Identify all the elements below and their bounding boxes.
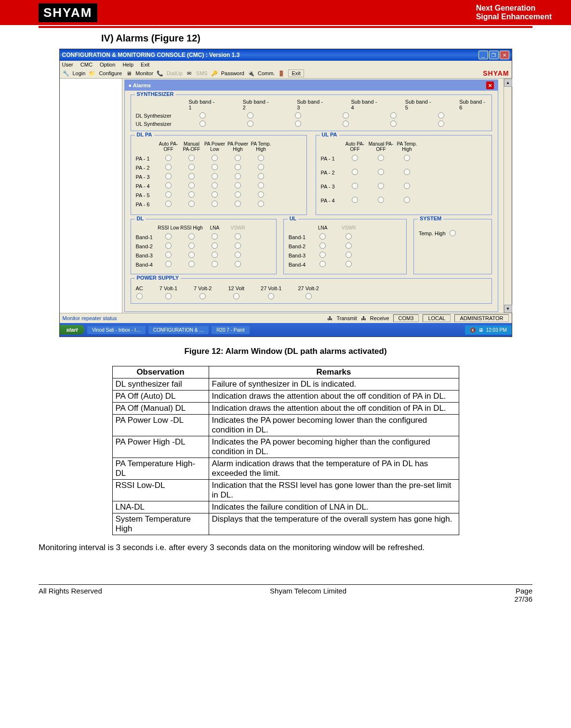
led-indicator	[165, 201, 172, 207]
sms-icon[interactable]: ✉	[186, 69, 193, 77]
led-cell	[250, 173, 273, 180]
vertical-scrollbar[interactable]: ▲ ▼	[504, 79, 512, 313]
led-indicator	[390, 121, 397, 127]
led-cell	[157, 155, 180, 162]
comm-icon[interactable]: 🔌	[247, 69, 255, 77]
menu-help[interactable]: Help	[122, 62, 133, 67]
taskbar-item[interactable]: CONFIGURATION & …	[148, 326, 209, 334]
led-cell	[226, 252, 250, 259]
table-cell: Alarm indication draws that the temperat…	[209, 458, 459, 480]
password-icon[interactable]: 🔑	[211, 69, 218, 77]
led-indicator	[258, 164, 264, 170]
row-label: PA - 4	[136, 183, 157, 189]
led-cell	[226, 164, 250, 171]
row-label: PA - 4	[321, 198, 342, 203]
led-indicator	[188, 173, 195, 179]
tb-password[interactable]: Password	[221, 70, 244, 76]
led-cell	[226, 191, 250, 199]
start-button[interactable]: start	[60, 325, 85, 335]
tb-login[interactable]: Login	[73, 70, 86, 76]
scroll-down-icon[interactable]: ▼	[504, 305, 512, 313]
led-indicator	[235, 164, 241, 170]
led-cell	[368, 197, 394, 204]
led-cell	[226, 201, 250, 208]
tb-exit-button[interactable]: Exit	[288, 69, 304, 77]
receive-icon: 🖧	[361, 315, 366, 321]
power-label: 7 Volt-1	[159, 285, 177, 291]
dl-col-4: VSWR	[226, 225, 250, 230]
table-row: PA - 3	[136, 173, 302, 180]
led-indicator	[345, 233, 352, 240]
tb-dialup[interactable]: DialUp	[167, 70, 183, 76]
tb-configure[interactable]: Configure	[99, 70, 122, 76]
paragraph: Monitoring interval is 3 seconds i.e. af…	[39, 543, 532, 553]
dialup-icon[interactable]: 📞	[156, 69, 164, 77]
led-indicator	[212, 233, 218, 240]
wizard-icon[interactable]: 🔧	[62, 69, 70, 77]
led-indicator	[268, 293, 274, 299]
led-indicator	[212, 201, 218, 207]
tb-monitor[interactable]: Monitor	[135, 70, 153, 76]
power-item: 27 Volt-2	[298, 285, 319, 299]
led-indicator	[212, 173, 218, 179]
status-transmit: Transmit	[336, 315, 357, 321]
led-cell	[394, 155, 420, 162]
synth-col-3: Sub band - 3	[297, 99, 324, 110]
table-row: PA - 3	[321, 183, 487, 190]
table-row: PA - 2	[321, 169, 487, 176]
maximize-button[interactable]: ❐	[489, 51, 499, 59]
minimize-button[interactable]: _	[478, 51, 488, 59]
ul-col-2: VSWR	[336, 225, 362, 230]
menu-user[interactable]: User	[62, 62, 73, 67]
menu-option[interactable]: Option	[100, 62, 115, 67]
panel-close-icon[interactable]: ✕	[486, 81, 494, 89]
led-indicator	[188, 155, 195, 161]
table-cell: Indicates the PA power becoming lower th…	[209, 415, 459, 436]
ulpa-col-1: Auto PA-OFF	[342, 141, 368, 152]
row-label: Band-2	[136, 243, 157, 249]
exit-icon[interactable]: 🚪	[278, 69, 285, 77]
row-label: PA - 1	[136, 156, 157, 162]
led-indicator	[352, 197, 358, 203]
menu-exit[interactable]: Exit	[141, 62, 149, 67]
led-cell	[336, 252, 362, 259]
led-cell	[203, 191, 226, 199]
scroll-up-icon[interactable]: ▲	[504, 79, 512, 87]
led-cell	[180, 182, 203, 189]
close-button[interactable]: ✕	[500, 51, 509, 59]
tb-sms[interactable]: SMS	[196, 70, 208, 76]
table-header: Observation	[112, 366, 209, 378]
led-indicator	[345, 261, 352, 267]
tray-icon: 🔇	[470, 327, 476, 333]
table-row: PA Temperature High-DLAlarm indication d…	[112, 458, 459, 480]
left-pane	[60, 79, 122, 313]
system-tray[interactable]: 🔇 🖥 12:03 PM	[465, 325, 512, 335]
table-cell: Indication draws the attention about the…	[209, 391, 459, 403]
led-indicator	[305, 293, 312, 299]
taskbar-item[interactable]: R20 7 - Paint	[212, 326, 249, 334]
led-indicator	[199, 112, 206, 119]
row-label: Band-2	[289, 243, 310, 249]
led-indicator	[450, 230, 456, 236]
ul-pa-legend: UL PA	[320, 132, 339, 137]
led-cell	[250, 191, 273, 199]
synth-row-ul: UL Synthesizer	[136, 121, 179, 127]
ul-legend: UL	[288, 216, 299, 221]
titlebar: CONFIGURATION & MONITORING CONSOLE (CMC)…	[60, 49, 512, 61]
ul-col-1: LNA	[310, 225, 336, 230]
table-cell: Failure of synthesizer in DL is indicate…	[209, 378, 459, 391]
monitor-icon[interactable]: 🖥	[125, 69, 133, 77]
power-item: 7 Volt-2	[194, 285, 212, 299]
tb-comm[interactable]: Comm.	[258, 70, 275, 76]
led-cell	[180, 201, 203, 208]
footer-page-num: 27/36	[514, 595, 532, 603]
row-label: PA - 1	[321, 156, 342, 162]
menu-cmc[interactable]: CMC	[80, 62, 93, 67]
led-indicator	[165, 164, 172, 170]
led-cell	[226, 233, 250, 241]
dlpa-col-3: PA Power Low	[203, 141, 226, 152]
configure-icon[interactable]: 📁	[88, 69, 96, 77]
taskbar-item[interactable]: Vinod Sati - Inbox - I…	[87, 326, 145, 334]
led-indicator	[165, 233, 172, 240]
table-cell: PA Power Low -DL	[112, 415, 209, 436]
